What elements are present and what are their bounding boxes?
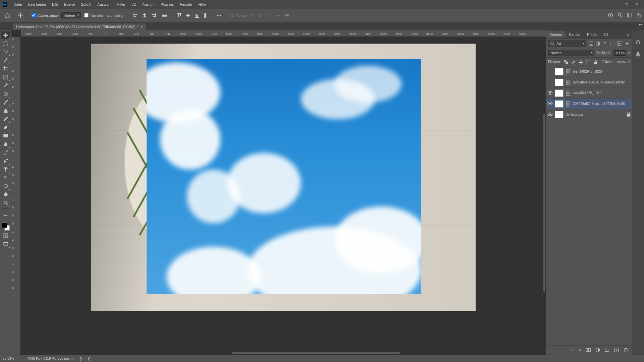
align-vcenter-button[interactable]	[184, 12, 192, 19]
auto-select-input[interactable]	[32, 13, 36, 17]
tab-close-button[interactable]: ×	[141, 25, 143, 29]
marquee-tool[interactable]	[1, 40, 10, 48]
brush-tool[interactable]	[1, 98, 10, 106]
panel-menu-button[interactable]: ≡	[625, 33, 632, 37]
layer-row[interactable]: sky-3027656_1920	[546, 88, 632, 99]
lock-artboard-icon[interactable]	[586, 60, 590, 64]
layer-thumbnail[interactable]	[555, 89, 564, 97]
tab-pfade[interactable]: Pfade	[584, 31, 600, 38]
menu-plugins[interactable]: Plug-ins	[158, 1, 176, 8]
eyedropper-tool[interactable]	[1, 81, 10, 89]
opacity-value[interactable]: 100%	[613, 50, 626, 56]
doc-info[interactable]: 4936 Px x 3319 Px (300 ppcm)	[28, 357, 73, 360]
lasso-tool[interactable]	[1, 48, 10, 56]
filter-adjust-icon[interactable]	[595, 41, 600, 46]
path-select-tool[interactable]	[1, 174, 10, 182]
properties-panel-icon[interactable]	[635, 52, 641, 58]
filter-smart-icon[interactable]	[616, 41, 622, 46]
layer-thumbnail[interactable]	[555, 100, 564, 108]
align-top-button[interactable]	[176, 12, 183, 19]
shape-tool[interactable]	[1, 182, 10, 190]
adjustment-button[interactable]	[595, 347, 600, 353]
distribute-v-button[interactable]	[202, 12, 209, 19]
dodge-tool[interactable]	[1, 148, 10, 157]
layer-name[interactable]: 306048a5746dec...b3172fb3a6c08	[573, 102, 631, 106]
filter-type-icon[interactable]: T	[602, 41, 607, 46]
collapse-panels-icon[interactable]: ▸▸	[639, 23, 643, 26]
magic-wand-tool[interactable]	[1, 56, 10, 64]
ruler-vertical[interactable]: 2002004006008001000120014001	[11, 37, 21, 355]
fg-color[interactable]	[2, 223, 7, 228]
transform-controls-checkbox[interactable]: Transformationsstrg.	[84, 13, 123, 17]
color-swatches[interactable]	[1, 222, 10, 231]
zoom-display[interactable]: 23,33%	[3, 357, 23, 360]
layer-row[interactable]: leaf-1482948_1920	[546, 66, 632, 77]
filter-pixel-icon[interactable]	[588, 41, 593, 46]
ruler-horizontal[interactable]: -1000-800-600-400-2000200400600800100012…	[21, 30, 546, 37]
more-options-button[interactable]	[215, 12, 223, 19]
cloud-docs-icon[interactable]	[608, 12, 613, 18]
auto-select-target-dropdown[interactable]: Ebene	[61, 12, 81, 18]
lock-pixels-icon[interactable]	[564, 60, 568, 64]
hand-tool[interactable]	[1, 190, 10, 198]
layer-row[interactable]: 09c540e4f70d13...43ce46bd18f3f2	[546, 77, 632, 88]
menu-ebene[interactable]: Ebene	[61, 1, 77, 8]
link-layers-button[interactable]	[569, 347, 575, 353]
menu-fenster[interactable]: Fenster	[177, 1, 195, 8]
distribute-button[interactable]	[161, 12, 168, 19]
share-button[interactable]	[636, 12, 641, 18]
group-button[interactable]	[604, 347, 610, 353]
workspace-button[interactable]	[627, 12, 632, 18]
chevron-down-icon[interactable]: ▾	[628, 60, 630, 64]
move-tool[interactable]	[1, 31, 10, 39]
layer-thumbnail[interactable]	[555, 111, 564, 118]
visibility-toggle[interactable]	[547, 90, 553, 96]
layer-row[interactable]: Hintergrund	[546, 109, 632, 120]
align-right-button[interactable]	[150, 12, 157, 19]
menu-ansicht[interactable]: Ansicht	[140, 1, 157, 8]
align-left-button[interactable]	[132, 12, 140, 19]
layer-row[interactable]: 306048a5746dec...b3172fb3a6c08	[546, 99, 632, 109]
blend-mode-dropdown[interactable]: Normal	[548, 50, 594, 56]
crop-tool[interactable]	[1, 65, 10, 73]
document-tab[interactable]: Unbenannt-1 bei 23,3% (306048a5746dec346…	[13, 23, 146, 30]
close-button[interactable]: ✕	[635, 2, 639, 7]
fx-button[interactable]: fx	[579, 348, 582, 352]
layer-thumbnail[interactable]	[555, 79, 564, 86]
align-hcenter-button[interactable]	[141, 12, 148, 19]
layer-thumbnail[interactable]	[555, 68, 564, 75]
pen-tool[interactable]	[1, 157, 10, 165]
menu-3d[interactable]: 3D	[129, 1, 139, 8]
menu-bild[interactable]: Bild	[49, 1, 61, 8]
lock-brush-icon[interactable]	[571, 60, 576, 64]
filter-shape-icon[interactable]	[609, 41, 614, 46]
fill-value[interactable]: 100%	[616, 60, 626, 64]
auto-select-checkbox[interactable]: Autom. ausw.	[32, 13, 59, 17]
maximize-button[interactable]: ▢	[624, 2, 629, 7]
status-nav-right[interactable]: ❯	[79, 357, 82, 360]
frame-tool[interactable]	[1, 73, 10, 81]
gradient-tool[interactable]	[1, 132, 10, 140]
menu-bearbeiten[interactable]: Bearbeiten	[25, 1, 49, 8]
lock-all-icon[interactable]	[593, 60, 598, 64]
menu-schrift[interactable]: Schrift	[78, 1, 94, 8]
delete-layer-button[interactable]	[623, 347, 629, 353]
align-bottom-button[interactable]	[193, 12, 201, 19]
workarea[interactable]	[21, 37, 546, 355]
lock-position-icon[interactable]	[578, 60, 583, 64]
blur-tool[interactable]	[1, 140, 10, 148]
healing-brush-tool[interactable]	[1, 90, 10, 98]
menu-filter[interactable]: Filter	[115, 1, 128, 8]
tab-3d[interactable]: 3D	[600, 31, 611, 38]
eraser-tool[interactable]	[1, 123, 10, 131]
menu-auswahl[interactable]: Auswahl	[95, 1, 114, 8]
visibility-toggle[interactable]	[547, 101, 553, 107]
home-button[interactable]	[3, 11, 12, 20]
type-tool[interactable]	[1, 165, 10, 173]
stamp-tool[interactable]	[1, 107, 10, 115]
quickmask-button[interactable]	[1, 232, 10, 240]
layer-name[interactable]: Hintergrund	[566, 113, 624, 116]
horizontal-scrollbar[interactable]	[232, 352, 400, 354]
layer-name[interactable]: 09c540e4f70d13...43ce46bd18f3f2	[573, 80, 631, 84]
screenmode-button[interactable]	[1, 240, 10, 248]
